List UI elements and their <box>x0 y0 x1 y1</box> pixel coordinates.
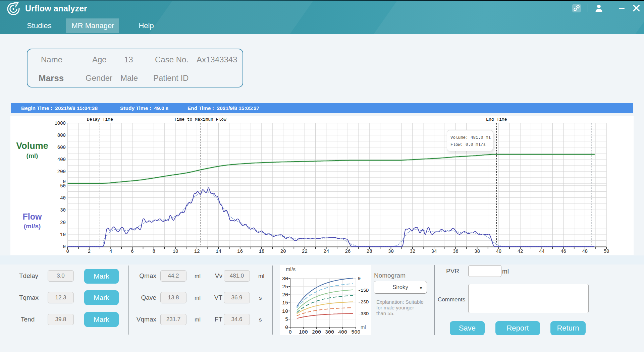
svg-text:ml: ml <box>361 324 366 330</box>
svg-text:0: 0 <box>63 244 66 249</box>
svg-text:-1SD: -1SD <box>358 288 369 293</box>
svg-text:0: 0 <box>285 325 288 331</box>
svg-text:5: 5 <box>285 317 288 322</box>
svg-text:4: 4 <box>109 249 112 254</box>
svg-text:46: 46 <box>560 249 566 254</box>
svg-text:16: 16 <box>237 249 243 254</box>
svg-text:38: 38 <box>474 249 480 254</box>
svg-text:400: 400 <box>338 330 347 335</box>
svg-text:25: 25 <box>282 284 288 290</box>
svg-text:40: 40 <box>60 195 66 201</box>
svg-text:14: 14 <box>216 249 221 254</box>
svg-text:36: 36 <box>453 249 459 254</box>
svg-text:10: 10 <box>282 309 288 314</box>
svg-text:22: 22 <box>302 249 308 254</box>
svg-text:8: 8 <box>152 249 155 254</box>
svg-text:0: 0 <box>66 249 69 254</box>
svg-text:26: 26 <box>345 249 351 254</box>
svg-text:42: 42 <box>518 249 523 254</box>
svg-text:Time to Maximun Flow: Time to Maximun Flow <box>174 117 226 122</box>
svg-text:0: 0 <box>289 330 292 335</box>
svg-text:30: 30 <box>282 276 288 282</box>
svg-text:20: 20 <box>280 249 286 254</box>
svg-text:34: 34 <box>431 249 437 254</box>
svg-text:End Time: End Time <box>486 117 507 122</box>
svg-text:24: 24 <box>323 249 329 254</box>
svg-text:40: 40 <box>496 249 501 254</box>
svg-text:50: 50 <box>604 249 609 254</box>
svg-text:300: 300 <box>325 330 334 335</box>
svg-text:100: 100 <box>299 330 308 335</box>
svg-text:28: 28 <box>367 249 372 254</box>
svg-text:6: 6 <box>131 249 133 254</box>
svg-text:ml/s: ml/s <box>286 267 296 272</box>
svg-text:10: 10 <box>172 249 178 254</box>
svg-text:15: 15 <box>282 300 288 306</box>
svg-text:2: 2 <box>88 249 91 254</box>
svg-text:30: 30 <box>388 249 394 254</box>
svg-text:32: 32 <box>410 249 415 254</box>
svg-text:400: 400 <box>57 157 66 162</box>
svg-text:-3SD: -3SD <box>358 311 369 316</box>
svg-text:500: 500 <box>351 330 360 335</box>
svg-text:600: 600 <box>57 145 66 150</box>
svg-text:Delay Time: Delay Time <box>87 117 113 122</box>
svg-text:30: 30 <box>60 208 66 213</box>
svg-text:0: 0 <box>358 276 361 281</box>
svg-text:48: 48 <box>582 249 588 254</box>
svg-text:20: 20 <box>282 292 288 298</box>
svg-text:-2SD: -2SD <box>358 300 369 305</box>
svg-text:50: 50 <box>60 183 66 189</box>
svg-text:800: 800 <box>57 133 66 138</box>
svg-text:20: 20 <box>60 220 66 225</box>
svg-text:12: 12 <box>194 249 200 254</box>
svg-text:44: 44 <box>539 249 545 254</box>
svg-text:1000: 1000 <box>54 121 66 126</box>
svg-text:18: 18 <box>259 249 264 254</box>
svg-text:10: 10 <box>60 232 66 237</box>
svg-text:200: 200 <box>312 330 321 335</box>
svg-text:200: 200 <box>57 169 66 174</box>
